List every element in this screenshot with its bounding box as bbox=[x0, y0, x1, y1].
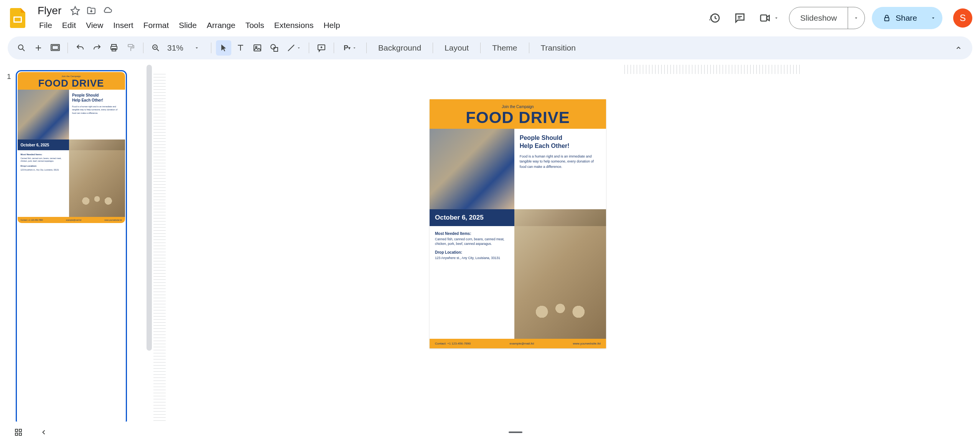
vertical-ruler bbox=[153, 74, 166, 423]
zoom-dropdown[interactable] bbox=[187, 40, 206, 56]
menu-bar: File Edit View Insert Format Slide Arran… bbox=[35, 18, 702, 32]
toolbar-separator bbox=[480, 43, 481, 53]
slideshow-group: Slideshow bbox=[789, 7, 865, 29]
undo-button[interactable] bbox=[72, 40, 88, 56]
star-icon[interactable] bbox=[70, 5, 81, 16]
collapse-filmstrip-button[interactable] bbox=[37, 425, 51, 439]
print-button[interactable] bbox=[106, 40, 122, 56]
filmstrip-scrollbar[interactable] bbox=[147, 65, 152, 431]
menu-slide[interactable]: Slide bbox=[174, 18, 201, 32]
flyer-mid-row: People ShouldHelp Each Other! Food is a … bbox=[430, 129, 606, 209]
app-header: Flyer File Edit View Insert Format Slide… bbox=[0, 0, 980, 36]
zoom-out-button[interactable] bbox=[148, 40, 163, 56]
background-button[interactable]: Background bbox=[371, 40, 428, 56]
canvas-area[interactable]: Join the Campaign FOOD DRIVE People Shou… bbox=[153, 65, 980, 431]
account-avatar[interactable]: S bbox=[953, 8, 972, 28]
move-folder-icon[interactable] bbox=[86, 5, 97, 16]
select-tool[interactable] bbox=[216, 40, 231, 56]
title-row: Flyer bbox=[35, 4, 702, 18]
share-dropdown[interactable] bbox=[926, 7, 942, 29]
paint-format-button[interactable] bbox=[123, 40, 138, 56]
menu-tools[interactable]: Tools bbox=[241, 18, 269, 32]
flyer-date-row: October 6, 2025 bbox=[430, 209, 606, 226]
slide-thumbnail-content: Join the CampaignFOOD DRIVE People Shoul… bbox=[18, 72, 125, 223]
flyer-image-bottom[interactable] bbox=[514, 226, 606, 339]
menu-format[interactable]: Format bbox=[139, 18, 174, 32]
svg-rect-7 bbox=[52, 46, 58, 49]
svg-rect-20 bbox=[15, 433, 18, 435]
layout-button[interactable]: Layout bbox=[438, 40, 476, 56]
meet-button[interactable] bbox=[756, 12, 782, 24]
toolbar-separator bbox=[211, 43, 211, 53]
new-slide-layout-button[interactable] bbox=[48, 40, 63, 56]
flyer-email: example@mail.ltd bbox=[510, 342, 534, 345]
body-area: 1 Join the CampaignFOOD DRIVE People Sho… bbox=[0, 65, 980, 431]
share-group: Share bbox=[872, 7, 942, 29]
line-tool[interactable] bbox=[283, 40, 304, 56]
toolbar-separator bbox=[529, 43, 529, 53]
menu-help[interactable]: Help bbox=[319, 18, 344, 32]
flyer-footer[interactable]: Contact: +1 123-456-7890 example@mail.lt… bbox=[430, 339, 606, 348]
search-menus-button[interactable] bbox=[14, 40, 29, 56]
comments-icon[interactable] bbox=[731, 9, 749, 27]
flyer-header[interactable]: Join the Campaign FOOD DRIVE bbox=[430, 99, 606, 129]
menu-view[interactable]: View bbox=[81, 18, 108, 32]
flyer-heading: People ShouldHelp Each Other! bbox=[520, 134, 601, 150]
slide-number: 1 bbox=[7, 70, 11, 426]
menu-file[interactable]: File bbox=[35, 18, 57, 32]
history-icon[interactable] bbox=[705, 9, 724, 27]
toolbar-separator bbox=[309, 43, 309, 53]
title-area: Flyer File Edit View Insert Format Slide… bbox=[35, 4, 702, 32]
horizontal-ruler bbox=[169, 65, 980, 74]
toolbar-separator bbox=[143, 43, 143, 53]
flyer-image-bottom-top[interactable] bbox=[514, 209, 606, 226]
share-button[interactable]: Share bbox=[872, 7, 926, 29]
comment-tool[interactable] bbox=[314, 40, 329, 56]
flyer-items-heading: Most Needed Items: bbox=[435, 231, 509, 236]
svg-rect-21 bbox=[19, 433, 21, 435]
flyer-date[interactable]: October 6, 2025 bbox=[430, 209, 514, 226]
flyer-message-box[interactable]: People ShouldHelp Each Other! Food is a … bbox=[514, 129, 606, 209]
redo-button[interactable] bbox=[89, 40, 105, 56]
theme-button[interactable]: Theme bbox=[485, 40, 524, 56]
shape-tool[interactable] bbox=[267, 40, 282, 56]
building-blocks-button[interactable]: P▾ bbox=[339, 40, 362, 56]
slide-canvas[interactable]: Join the Campaign FOOD DRIVE People Shou… bbox=[430, 99, 606, 348]
flyer-info-box[interactable]: Most Needed Items: Canned fish, canned c… bbox=[430, 226, 514, 339]
toolbar-separator bbox=[433, 43, 433, 53]
zoom-value[interactable]: 31% bbox=[165, 43, 186, 53]
menu-extensions[interactable]: Extensions bbox=[270, 18, 318, 32]
menu-insert[interactable]: Insert bbox=[109, 18, 138, 32]
chevron-down-icon bbox=[931, 15, 936, 21]
textbox-tool[interactable] bbox=[233, 40, 248, 56]
new-slide-button[interactable] bbox=[31, 40, 46, 56]
footer-bar bbox=[0, 422, 980, 443]
svg-rect-3 bbox=[761, 15, 767, 21]
collapse-toolbar-button[interactable] bbox=[951, 40, 966, 56]
slideshow-button[interactable]: Slideshow bbox=[789, 7, 848, 29]
menu-arrange[interactable]: Arrange bbox=[202, 18, 240, 32]
toolbar-separator bbox=[334, 43, 334, 53]
slides-logo[interactable] bbox=[8, 8, 28, 28]
grid-view-button[interactable] bbox=[12, 425, 25, 439]
flyer-image-top[interactable] bbox=[430, 129, 514, 209]
filmstrip-panel: 1 Join the CampaignFOOD DRIVE People Sho… bbox=[0, 65, 153, 431]
chevron-down-icon bbox=[774, 15, 779, 21]
flyer-drop-heading: Drop Location: bbox=[435, 250, 509, 254]
slide-thumbnail-active[interactable]: Join the CampaignFOOD DRIVE People Shoul… bbox=[16, 70, 127, 426]
flyer-contact: Contact: +1 123-456-7890 bbox=[435, 342, 471, 345]
image-tool[interactable] bbox=[250, 40, 265, 56]
document-title[interactable]: Flyer bbox=[35, 4, 64, 18]
flyer-title: FOOD DRIVE bbox=[430, 110, 606, 126]
slideshow-dropdown[interactable] bbox=[848, 7, 865, 29]
transition-button[interactable]: Transition bbox=[534, 40, 583, 56]
flyer-bottom-row: Most Needed Items: Canned fish, canned c… bbox=[430, 226, 606, 339]
cloud-status-icon[interactable] bbox=[102, 5, 113, 16]
menu-edit[interactable]: Edit bbox=[58, 18, 81, 32]
chevron-down-icon bbox=[853, 15, 859, 21]
explore-handle[interactable] bbox=[509, 432, 522, 433]
svg-rect-13 bbox=[254, 45, 261, 51]
svg-rect-1 bbox=[15, 18, 21, 21]
toolbar: 31% P▾ Background Layout Theme Transitio… bbox=[8, 36, 972, 59]
toolbar-separator bbox=[366, 43, 367, 53]
